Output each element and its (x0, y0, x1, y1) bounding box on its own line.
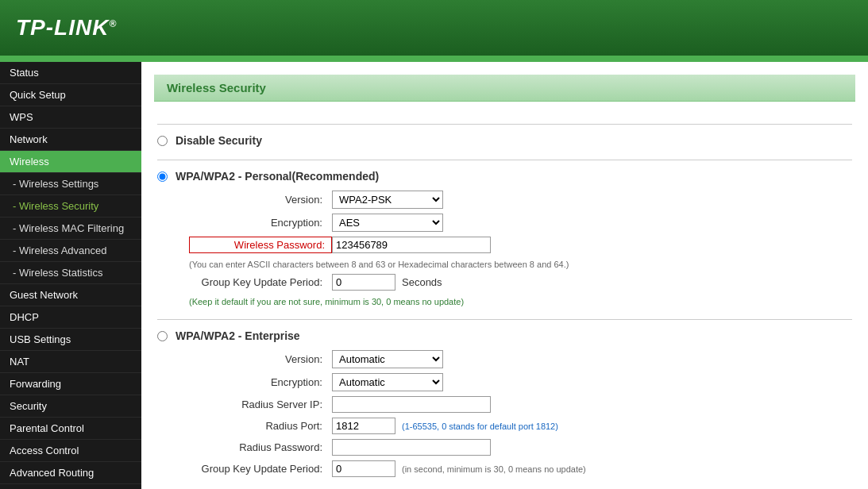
sidebar-item-wireless[interactable]: Wireless (0, 151, 141, 173)
disable-security-radio[interactable] (157, 136, 168, 146)
version-select[interactable]: Automatic WPA-PSK WPA2-PSK (332, 191, 443, 209)
page-title: Wireless Security (167, 81, 266, 94)
sidebar-item-nat[interactable]: NAT (0, 351, 141, 373)
group-key-hint: (Keep it default if you are not sure, mi… (189, 297, 852, 306)
radius-ip-input[interactable] (332, 396, 491, 413)
password-input[interactable] (332, 237, 491, 253)
form-content: Disable Security WPA/WPA2 - Personal(Rec… (141, 102, 868, 489)
content: Wireless Security Disable Security WPA/W… (141, 62, 868, 489)
radius-port-row: Radius Port: (1-65535, 0 stands for defa… (189, 418, 852, 434)
section-divider-top (157, 124, 852, 125)
section-divider-1 (157, 160, 852, 160)
page-title-bar: Wireless Security (154, 75, 855, 102)
sidebar-item-wireless-statistics[interactable]: - Wireless Statistics (0, 262, 141, 284)
sidebar-item-wireless-security[interactable]: - Wireless Security (0, 195, 141, 218)
ent-group-key-row: Group Key Update Period: (in second, min… (189, 460, 852, 477)
wpa-personal-row: WPA/WPA2 - Personal(Recommended) (157, 170, 852, 183)
header: TP-LINK® (0, 0, 868, 56)
group-key-input[interactable] (332, 274, 395, 291)
disable-security-section: Disable Security (157, 134, 852, 147)
disable-security-row: Disable Security (157, 134, 852, 147)
ent-group-key-input[interactable] (332, 460, 395, 477)
sidebar-item-usb-settings[interactable]: USB Settings (0, 329, 141, 351)
sidebar-item-access-control[interactable]: Access Control (0, 440, 141, 462)
radius-port-hint: (1-65535, 0 stands for default port 1812… (402, 422, 558, 431)
ent-encryption-row: Encryption: Automatic TKIP AES (189, 373, 852, 391)
radius-password-row: Radius Password: (189, 439, 852, 456)
wpa-personal-label: WPA/WPA2 - Personal(Recommended) (176, 170, 379, 183)
ent-version-row: Version: Automatic WPA WPA2 (189, 350, 852, 368)
sidebar-item-forwarding[interactable]: Forwarding (0, 373, 141, 395)
ent-version-select[interactable]: Automatic WPA WPA2 (332, 350, 443, 368)
version-row: Version: Automatic WPA-PSK WPA2-PSK (189, 191, 852, 209)
ent-encryption-select[interactable]: Automatic TKIP AES (332, 373, 443, 391)
wpa-enterprise-label: WPA/WPA2 - Enterprise (176, 329, 300, 342)
radius-ip-row: Radius Server IP: (189, 396, 852, 413)
sidebar-item-wps[interactable]: WPS (0, 106, 141, 129)
version-label: Version: (189, 194, 332, 206)
ent-group-key-label: Group Key Update Period: (189, 463, 332, 475)
ent-group-key-hint: (in second, minimum is 30, 0 means no up… (402, 464, 586, 474)
seconds-label: Seconds (402, 276, 442, 288)
radius-ip-label: Radius Server IP: (189, 399, 332, 410)
password-row: Wireless Password: (189, 237, 852, 253)
wpa-enterprise-section: WPA/WPA2 - Enterprise Version: Automatic… (157, 329, 852, 477)
group-key-row: Group Key Update Period: Seconds (189, 274, 852, 291)
wpa-personal-radio[interactable] (157, 171, 168, 182)
disable-security-label: Disable Security (176, 134, 262, 147)
sidebar-item-wireless-advanced[interactable]: - Wireless Advanced (0, 240, 141, 262)
accent-bar (0, 56, 868, 62)
sidebar: Status Quick Setup WPS Network Wireless … (0, 62, 141, 489)
sidebar-item-advanced-routing[interactable]: Advanced Routing (0, 462, 141, 484)
sidebar-item-security[interactable]: Security (0, 395, 141, 418)
group-key-label: Group Key Update Period: (189, 276, 332, 288)
radius-port-input[interactable] (332, 418, 395, 434)
sidebar-item-guest-network[interactable]: Guest Network (0, 284, 141, 306)
sidebar-item-status[interactable]: Status (0, 62, 141, 84)
radius-password-label: Radius Password: (189, 441, 332, 453)
logo: TP-LINK® (16, 15, 117, 40)
radius-password-input[interactable] (332, 439, 491, 456)
encryption-row: Encryption: Automatic TKIP AES (189, 214, 852, 232)
wpa-personal-form: Version: Automatic WPA-PSK WPA2-PSK Encr… (189, 191, 852, 253)
main-layout: Status Quick Setup WPS Network Wireless … (0, 62, 868, 489)
wpa-enterprise-radio[interactable] (157, 331, 168, 341)
encryption-select[interactable]: Automatic TKIP AES (332, 214, 443, 232)
sidebar-item-dhcp[interactable]: DHCP (0, 306, 141, 329)
sidebar-item-quick-setup[interactable]: Quick Setup (0, 84, 141, 106)
sidebar-item-network[interactable]: Network (0, 129, 141, 151)
encryption-label: Encryption: (189, 217, 332, 229)
wpa-enterprise-row: WPA/WPA2 - Enterprise (157, 329, 852, 342)
sidebar-item-parental-control[interactable]: Parental Control (0, 418, 141, 440)
ent-version-label: Version: (189, 353, 332, 365)
wpa-personal-section: WPA/WPA2 - Personal(Recommended) Version… (157, 170, 852, 306)
ent-encryption-label: Encryption: (189, 376, 332, 388)
sidebar-item-bandwidth-control[interactable]: Bandwidth Control (0, 484, 141, 489)
section-divider-2 (157, 319, 852, 320)
sidebar-item-wireless-mac-filtering[interactable]: - Wireless MAC Filtering (0, 218, 141, 240)
logo-registered: ® (109, 18, 117, 29)
radius-port-label: Radius Port: (189, 420, 332, 432)
group-key-form: Group Key Update Period: Seconds (189, 274, 852, 291)
sidebar-item-wireless-settings[interactable]: - Wireless Settings (0, 173, 141, 195)
wpa-enterprise-form: Version: Automatic WPA WPA2 Encryption: … (189, 350, 852, 477)
password-hint: (You can enter ASCII characters between … (189, 260, 852, 269)
password-label: Wireless Password: (189, 237, 332, 253)
